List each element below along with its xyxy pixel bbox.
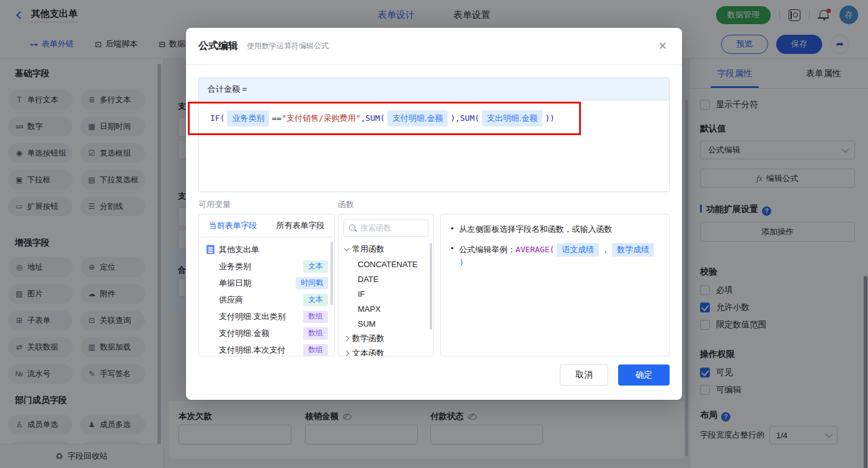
function-group-common[interactable]: 常用函数 [339, 242, 433, 257]
help-line-2: 公式编辑举例：AVERAGE(语文成绩，数学成绩) [459, 243, 659, 269]
formula-expression[interactable]: IF(业务类别=="支付销售/采购费用",SUM(支付明细.金额),SUM(支出… [199, 100, 669, 136]
function-search[interactable] [343, 219, 428, 237]
variable-field-row[interactable]: 支付明细.支出类别 数组 [206, 308, 328, 325]
variable-field-row[interactable]: 支付明细.金额 数组 [206, 325, 328, 342]
variable-field-row[interactable]: 支付明细.本次支付 数组 [206, 342, 328, 356]
chevron-down-icon [344, 245, 349, 250]
variables-label: 可用变量 [198, 199, 231, 210]
type-badge: 数组 [303, 344, 328, 356]
type-badge: 文本 [303, 260, 328, 273]
field-token[interactable]: 支出明细.金额 [482, 110, 542, 126]
variable-field-row[interactable]: 业务类别 文本 [206, 258, 328, 275]
field-token[interactable]: 业务类别 [227, 110, 269, 126]
function-search-input[interactable] [360, 224, 423, 232]
function-item[interactable]: CONCATENATE [339, 257, 433, 272]
confirm-button[interactable]: 确定 [618, 364, 670, 386]
variables-panel: 当前表单字段 所有表单字段 其他支出单 业务类别 文本 单据日期 时间戳 供应商 [198, 214, 335, 356]
modal-subtitle: 使用数学运算符编辑公式 [247, 41, 329, 51]
function-item[interactable]: SUM [339, 316, 433, 331]
type-badge: 数组 [303, 327, 328, 340]
field-token[interactable]: 支付明细.金额 [388, 110, 448, 126]
functions-label: 函数 [338, 199, 354, 210]
function-group-math[interactable]: 数学函数 [339, 331, 433, 346]
type-badge: 时间戳 [296, 277, 328, 289]
variables-scrollbar[interactable] [330, 242, 333, 305]
field-token: 数学成绩 [612, 243, 654, 257]
function-item[interactable]: IF [339, 286, 433, 301]
bullet-icon: • [451, 223, 454, 235]
field-token: 语文成绩 [557, 243, 599, 257]
variable-field-row[interactable]: 单据日期 时间戳 [206, 275, 328, 291]
formula-target-field: 合计金额 = [199, 78, 669, 100]
bullet-icon: • [451, 242, 454, 255]
tree-node-form[interactable]: 其他支出单 [206, 241, 328, 258]
chevron-right-icon [344, 336, 349, 341]
type-badge: 数组 [303, 311, 328, 323]
tab-all-form-fields[interactable]: 所有表单字段 [267, 214, 334, 237]
functions-panel: 常用函数 CONCATENATE DATE IF MAPX SUM 数学函数 文… [338, 214, 434, 356]
formula-editor-modal: 公式编辑 使用数学运算符编辑公式 ✕ 合计金额 = IF(业务类别=="支付销售… [186, 28, 682, 400]
type-badge: 文本 [303, 294, 328, 306]
chevron-right-icon [344, 351, 349, 356]
formula-help-panel: • 从左侧面板选择字段名和函数，或输入函数 • 公式编辑举例：AVERAGE(语… [440, 214, 670, 356]
function-group-text[interactable]: 文本函数 [339, 346, 433, 356]
formula-editor: 合计金额 = IF(业务类别=="支付销售/采购费用",SUM(支付明细.金额)… [198, 77, 670, 192]
function-item[interactable]: DATE [339, 272, 433, 286]
variable-field-row[interactable]: 供应商 文本 [206, 291, 328, 308]
help-line-1: 从左侧面板选择字段名和函数，或输入函数 [459, 223, 613, 236]
search-icon [349, 224, 356, 232]
form-designer-app: 其他支出单 表单设计 表单设置 数据管理 存 ⊶表单外链 ⊡后端脚本 ⊟数据权限… [0, 0, 868, 468]
modal-title: 公式编辑 [198, 40, 238, 53]
form-doc-icon [206, 245, 215, 254]
function-item[interactable]: MAPX [339, 301, 433, 316]
close-icon[interactable]: ✕ [658, 41, 667, 51]
cancel-button[interactable]: 取消 [560, 364, 608, 386]
tab-current-form-fields[interactable]: 当前表单字段 [199, 214, 267, 237]
functions-scrollbar[interactable] [430, 243, 432, 330]
